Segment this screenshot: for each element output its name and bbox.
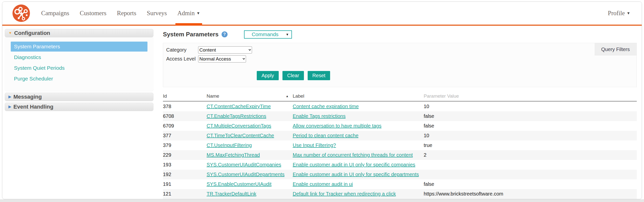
brickstreet-logo-icon[interactable] (12, 4, 30, 22)
parameter-name-link[interactable]: TR.TrackerDefaultLink (206, 191, 256, 197)
nav-item-admin[interactable]: Admin▼ (178, 2, 200, 25)
caret-down-icon: ▼ (286, 33, 289, 36)
cell-label: Use Input Filtering? (293, 143, 424, 148)
sidebar-item-system-quiet-periods[interactable]: System Quiet Periods (11, 63, 148, 73)
nav-item-campaigns[interactable]: Campaigns (41, 2, 69, 25)
table-row: 191SYS.EnableCustomerUIAuditEnable custo… (163, 179, 637, 189)
page-bottom-strip (0, 199, 644, 202)
column-header-label[interactable]: Label (293, 93, 424, 99)
nav-item-label: Admin (178, 10, 194, 17)
caret-down-icon: ▼ (626, 11, 630, 15)
column-header-parameter-value[interactable]: Parameter Value (424, 93, 637, 99)
reset-button[interactable]: Reset (308, 71, 330, 80)
sidebar-item-purge-scheduler[interactable]: Purge Scheduler (11, 74, 148, 84)
cell-id: 6708 (163, 113, 206, 119)
profile-menu[interactable]: Profile ▼ (608, 2, 630, 25)
nav-item-reports[interactable]: Reports (117, 2, 136, 25)
parameter-label-link[interactable]: Content cache expiration time (293, 104, 359, 109)
cell-label: Max number of concurrent fetching thread… (293, 152, 424, 158)
sidebar-section-messaging[interactable]: ▶Messaging (5, 93, 154, 101)
parameter-label-link[interactable]: Max number of concurrent fetching thread… (293, 152, 413, 158)
help-icon[interactable]: ? (222, 31, 228, 37)
filter-fields: CategoryContentAccess LevelNormal Access (163, 43, 636, 62)
cell-name: CT.MultipleConversationTags (206, 123, 293, 129)
cell-label: Content cache expiration time (293, 104, 424, 109)
parameter-name-link[interactable]: SYS.CustomerUIAuditCompanies (206, 162, 281, 167)
cell-name: CT.UseInputFiltering (206, 143, 293, 148)
filter-field-category: CategoryContent (166, 46, 636, 53)
filter-buttons: ApplyClearReset (257, 71, 330, 80)
table-row: 377CT.TimeToClearContentCachePeriod to c… (163, 131, 637, 141)
commands-dropdown[interactable]: Commands ▼ (244, 30, 292, 39)
parameter-name-link[interactable]: CT.EnableTagsRestrictions (206, 113, 266, 119)
expand-icon: ▶ (8, 105, 11, 109)
cell-id: 193 (163, 162, 206, 168)
parameter-name-link[interactable]: CT.MultipleConversationTags (206, 123, 271, 129)
nav-item-label: Campaigns (41, 10, 69, 17)
filter-field-label: Category (166, 47, 198, 53)
cell-name: CT.TimeToClearContentCache (206, 133, 293, 139)
access-level-select[interactable]: Normal Access (198, 55, 246, 62)
table-row: 6708CT.EnableTagsRestrictionsEnable Tags… (163, 111, 637, 121)
parameter-name-link[interactable]: CT.ContentCacheExpiryTime (206, 104, 271, 109)
cell-parameter-value: 2 (424, 152, 637, 158)
cell-name: MS.MaxFetchingThread (206, 152, 293, 158)
sort-asc-icon[interactable]: ▲ (286, 94, 289, 98)
parameter-label-link[interactable]: Period to clean content cache (293, 133, 358, 138)
expand-icon: ▶ (8, 95, 11, 99)
parameter-label-link[interactable]: Allow conversation to have multiple tags (293, 123, 382, 129)
table-row: 192SYS.CustomerUIAuditDepartmentsEnable … (163, 170, 637, 179)
sidebar-item-diagnostics[interactable]: Diagnostics (11, 52, 148, 62)
parameter-label-link[interactable]: Use Input Filtering? (293, 143, 336, 148)
parameter-name-link[interactable]: SYS.EnableCustomerUIAudit (206, 181, 272, 187)
parameter-name-link[interactable]: CT.UseInputFiltering (206, 143, 252, 148)
parameter-label-link[interactable]: Enable Tags restrictions (293, 113, 346, 119)
cell-name: SYS.CustomerUIAuditCompanies (206, 162, 293, 168)
sidebar-section-event-handling[interactable]: ▶Event Handling (5, 103, 154, 111)
cell-id: 192 (163, 172, 206, 177)
cell-label: Enable customer audit in UI only for spe… (293, 172, 424, 177)
table-row: 378CT.ContentCacheExpiryTimeContent cach… (163, 102, 637, 111)
nav-item-label: Surveys (147, 10, 167, 17)
parameter-label-link[interactable]: Enable customer audit in UI only for spe… (293, 162, 415, 167)
table-row: 193SYS.CustomerUIAuditCompaniesEnable cu… (163, 160, 637, 170)
parameter-label-link[interactable]: Enable customer audit in ui (293, 181, 353, 187)
column-header-label: Id (163, 93, 167, 99)
sidebar-section-configuration[interactable]: ▼Configuration (5, 29, 154, 37)
column-header-id[interactable]: Id (163, 93, 206, 99)
apply-button[interactable]: Apply (257, 71, 279, 80)
category-select[interactable]: Content (198, 46, 252, 53)
cell-label: Enable Tags restrictions (293, 113, 424, 119)
clear-button[interactable]: Clear (282, 71, 304, 80)
table-body: 378CT.ContentCacheExpiryTimeContent cach… (163, 102, 637, 199)
cell-id: 229 (163, 152, 206, 158)
parameter-label-link[interactable]: Enable customer audit in UI only for spe… (293, 172, 419, 177)
parameter-name-link[interactable]: MS.MaxFetchingThread (206, 152, 260, 158)
query-filters-tab[interactable]: Query Filters (594, 43, 636, 55)
sidebar-section-label: Configuration (14, 30, 50, 36)
parameter-label-link[interactable]: Default link for Tracker when redirectin… (293, 191, 396, 197)
cell-id: 379 (163, 143, 206, 148)
cell-name: TR.TrackerDefaultLink (206, 191, 293, 197)
cell-label: Enable customer audit in UI only for spe… (293, 162, 424, 168)
profile-label: Profile (608, 10, 625, 17)
nav-item-customers[interactable]: Customers (80, 2, 106, 25)
sidebar-item-system-parameters[interactable]: System Parameters (11, 42, 148, 51)
cell-label: Period to clean content cache (293, 133, 424, 139)
nav-item-surveys[interactable]: Surveys (147, 2, 167, 25)
top-nav: CampaignsCustomersReportsSurveysAdmin▼ P… (2, 2, 642, 26)
cell-parameter-value: false (424, 123, 637, 129)
parameter-name-link[interactable]: CT.TimeToClearContentCache (206, 133, 274, 138)
filter-field-label: Access Level (166, 56, 198, 62)
cell-parameter-value: 10 (424, 104, 637, 109)
table-header-row: IdName▲LabelParameter Value (163, 92, 637, 102)
column-header-name[interactable]: Name▲ (206, 93, 293, 99)
parameter-name-link[interactable]: SYS.CustomerUIAuditDepartments (206, 172, 284, 177)
sidebar-section-panel: System ParametersDiagnosticsSystem Quiet… (5, 37, 154, 91)
table-row: 121TR.TrackerDefaultLinkDefault link for… (163, 189, 637, 199)
column-header-label: Parameter Value (424, 93, 459, 99)
nav-item-label: Customers (80, 10, 106, 17)
nav-menu: CampaignsCustomersReportsSurveysAdmin▼ (41, 2, 210, 25)
cell-id: 378 (163, 104, 206, 109)
cell-label: Default link for Tracker when redirectin… (293, 191, 424, 197)
